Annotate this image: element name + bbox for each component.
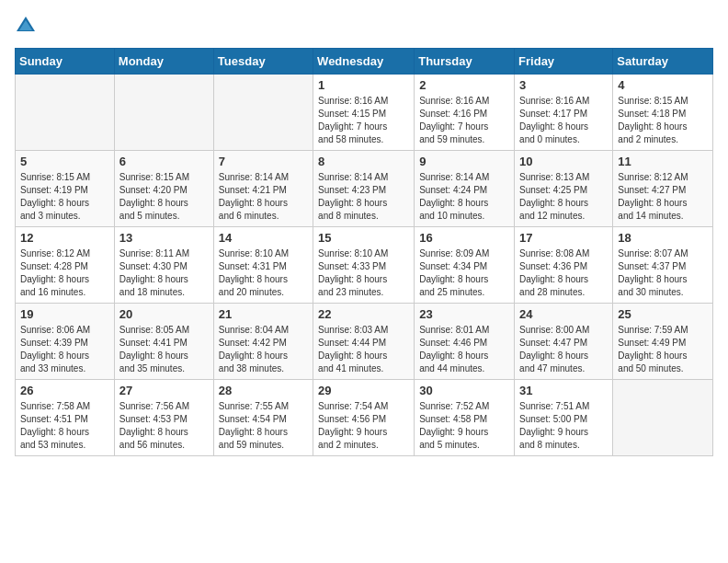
weekday-header: Sunday xyxy=(16,49,115,75)
weekday-header: Friday xyxy=(515,49,613,75)
calendar-cell: 10Sunrise: 8:13 AM Sunset: 4:25 PM Dayli… xyxy=(515,151,613,227)
day-info: Sunrise: 8:06 AM Sunset: 4:39 PM Dayligh… xyxy=(20,324,109,375)
calendar-week-row: 1Sunrise: 8:16 AM Sunset: 4:15 PM Daylig… xyxy=(16,75,713,151)
day-number: 14 xyxy=(219,231,308,245)
day-info: Sunrise: 8:05 AM Sunset: 4:41 PM Dayligh… xyxy=(119,324,209,375)
day-number: 31 xyxy=(519,384,608,397)
calendar-cell: 30Sunrise: 7:52 AM Sunset: 4:58 PM Dayli… xyxy=(415,380,515,456)
calendar-cell: 26Sunrise: 7:58 AM Sunset: 4:51 PM Dayli… xyxy=(16,380,115,456)
day-info: Sunrise: 8:15 AM Sunset: 4:19 PM Dayligh… xyxy=(20,171,109,223)
calendar-cell: 5Sunrise: 8:15 AM Sunset: 4:19 PM Daylig… xyxy=(16,151,115,227)
day-number: 30 xyxy=(419,384,509,397)
day-number: 3 xyxy=(519,78,608,92)
calendar-cell: 15Sunrise: 8:10 AM Sunset: 4:33 PM Dayli… xyxy=(313,227,415,304)
calendar-cell xyxy=(114,75,213,151)
day-info: Sunrise: 7:51 AM Sunset: 5:00 PM Dayligh… xyxy=(519,400,608,452)
calendar-cell: 27Sunrise: 7:56 AM Sunset: 4:53 PM Dayli… xyxy=(114,380,213,456)
calendar-cell xyxy=(613,380,713,456)
calendar-cell: 3Sunrise: 8:16 AM Sunset: 4:17 PM Daylig… xyxy=(515,75,613,151)
day-info: Sunrise: 8:16 AM Sunset: 4:17 PM Dayligh… xyxy=(519,95,608,146)
calendar-cell: 24Sunrise: 8:00 AM Sunset: 4:47 PM Dayli… xyxy=(515,304,613,380)
calendar-cell: 12Sunrise: 8:12 AM Sunset: 4:28 PM Dayli… xyxy=(16,227,115,304)
day-info: Sunrise: 7:52 AM Sunset: 4:58 PM Dayligh… xyxy=(419,400,509,452)
calendar-cell: 28Sunrise: 7:55 AM Sunset: 4:54 PM Dayli… xyxy=(213,380,313,456)
day-info: Sunrise: 8:14 AM Sunset: 4:24 PM Dayligh… xyxy=(419,171,509,223)
logo-icon xyxy=(15,15,37,37)
weekday-header: Tuesday xyxy=(213,49,313,75)
weekday-header: Saturday xyxy=(613,49,713,75)
calendar-cell: 14Sunrise: 8:10 AM Sunset: 4:31 PM Dayli… xyxy=(213,227,313,304)
day-number: 11 xyxy=(618,155,708,168)
day-number: 20 xyxy=(119,307,209,321)
calendar-cell: 2Sunrise: 8:16 AM Sunset: 4:16 PM Daylig… xyxy=(415,75,515,151)
day-info: Sunrise: 7:56 AM Sunset: 4:53 PM Dayligh… xyxy=(119,400,209,452)
calendar-cell: 17Sunrise: 8:08 AM Sunset: 4:36 PM Dayli… xyxy=(515,227,613,304)
day-info: Sunrise: 8:00 AM Sunset: 4:47 PM Dayligh… xyxy=(519,324,608,375)
calendar-cell xyxy=(16,75,115,151)
page-header xyxy=(15,15,713,37)
calendar-cell: 4Sunrise: 8:15 AM Sunset: 4:18 PM Daylig… xyxy=(613,75,713,151)
day-number: 24 xyxy=(519,307,608,321)
day-number: 21 xyxy=(219,307,308,321)
calendar-cell: 31Sunrise: 7:51 AM Sunset: 5:00 PM Dayli… xyxy=(515,380,613,456)
day-info: Sunrise: 8:11 AM Sunset: 4:30 PM Dayligh… xyxy=(119,247,209,299)
calendar-cell: 16Sunrise: 8:09 AM Sunset: 4:34 PM Dayli… xyxy=(415,227,515,304)
calendar-cell: 22Sunrise: 8:03 AM Sunset: 4:44 PM Dayli… xyxy=(313,304,415,380)
day-number: 4 xyxy=(618,78,708,92)
day-info: Sunrise: 7:59 AM Sunset: 4:49 PM Dayligh… xyxy=(618,324,708,375)
day-number: 1 xyxy=(318,78,409,92)
day-number: 26 xyxy=(20,384,109,397)
day-info: Sunrise: 7:54 AM Sunset: 4:56 PM Dayligh… xyxy=(318,400,409,452)
day-number: 23 xyxy=(419,307,509,321)
day-info: Sunrise: 8:13 AM Sunset: 4:25 PM Dayligh… xyxy=(519,171,608,223)
day-info: Sunrise: 8:08 AM Sunset: 4:36 PM Dayligh… xyxy=(519,247,608,299)
calendar-week-row: 12Sunrise: 8:12 AM Sunset: 4:28 PM Dayli… xyxy=(16,227,713,304)
calendar-cell xyxy=(213,75,313,151)
day-info: Sunrise: 8:04 AM Sunset: 4:42 PM Dayligh… xyxy=(219,324,308,375)
day-number: 28 xyxy=(219,384,308,397)
day-info: Sunrise: 8:10 AM Sunset: 4:31 PM Dayligh… xyxy=(219,247,308,299)
day-info: Sunrise: 8:12 AM Sunset: 4:27 PM Dayligh… xyxy=(618,171,708,223)
day-number: 18 xyxy=(618,231,708,245)
weekday-header: Wednesday xyxy=(313,49,415,75)
calendar-week-row: 5Sunrise: 8:15 AM Sunset: 4:19 PM Daylig… xyxy=(16,151,713,227)
day-info: Sunrise: 7:58 AM Sunset: 4:51 PM Dayligh… xyxy=(20,400,109,452)
day-number: 15 xyxy=(318,231,409,245)
day-info: Sunrise: 8:10 AM Sunset: 4:33 PM Dayligh… xyxy=(318,247,409,299)
calendar-cell: 8Sunrise: 8:14 AM Sunset: 4:23 PM Daylig… xyxy=(313,151,415,227)
calendar-table: SundayMondayTuesdayWednesdayThursdayFrid… xyxy=(15,48,713,456)
calendar-cell: 29Sunrise: 7:54 AM Sunset: 4:56 PM Dayli… xyxy=(313,380,415,456)
day-info: Sunrise: 8:14 AM Sunset: 4:23 PM Dayligh… xyxy=(318,171,409,223)
calendar-cell: 21Sunrise: 8:04 AM Sunset: 4:42 PM Dayli… xyxy=(213,304,313,380)
calendar-cell: 20Sunrise: 8:05 AM Sunset: 4:41 PM Dayli… xyxy=(114,304,213,380)
day-info: Sunrise: 8:14 AM Sunset: 4:21 PM Dayligh… xyxy=(219,171,308,223)
day-info: Sunrise: 8:03 AM Sunset: 4:44 PM Dayligh… xyxy=(318,324,409,375)
day-number: 27 xyxy=(119,384,209,397)
calendar-cell: 18Sunrise: 8:07 AM Sunset: 4:37 PM Dayli… xyxy=(613,227,713,304)
day-info: Sunrise: 8:01 AM Sunset: 4:46 PM Dayligh… xyxy=(419,324,509,375)
day-number: 16 xyxy=(419,231,509,245)
weekday-header: Monday xyxy=(114,49,213,75)
day-number: 2 xyxy=(419,78,509,92)
calendar-header-row: SundayMondayTuesdayWednesdayThursdayFrid… xyxy=(16,49,713,75)
day-number: 8 xyxy=(318,155,409,168)
calendar-cell: 7Sunrise: 8:14 AM Sunset: 4:21 PM Daylig… xyxy=(213,151,313,227)
day-info: Sunrise: 8:07 AM Sunset: 4:37 PM Dayligh… xyxy=(618,247,708,299)
day-number: 6 xyxy=(119,155,209,168)
day-info: Sunrise: 8:16 AM Sunset: 4:16 PM Dayligh… xyxy=(419,95,509,146)
calendar-cell: 25Sunrise: 7:59 AM Sunset: 4:49 PM Dayli… xyxy=(613,304,713,380)
day-info: Sunrise: 8:09 AM Sunset: 4:34 PM Dayligh… xyxy=(419,247,509,299)
calendar-week-row: 19Sunrise: 8:06 AM Sunset: 4:39 PM Dayli… xyxy=(16,304,713,380)
day-number: 19 xyxy=(20,307,109,321)
day-number: 13 xyxy=(119,231,209,245)
day-number: 29 xyxy=(318,384,409,397)
calendar-week-row: 26Sunrise: 7:58 AM Sunset: 4:51 PM Dayli… xyxy=(16,380,713,456)
day-info: Sunrise: 8:15 AM Sunset: 4:18 PM Dayligh… xyxy=(618,95,708,146)
day-number: 10 xyxy=(519,155,608,168)
day-info: Sunrise: 8:12 AM Sunset: 4:28 PM Dayligh… xyxy=(20,247,109,299)
day-info: Sunrise: 7:55 AM Sunset: 4:54 PM Dayligh… xyxy=(219,400,308,452)
day-number: 17 xyxy=(519,231,608,245)
calendar-cell: 23Sunrise: 8:01 AM Sunset: 4:46 PM Dayli… xyxy=(415,304,515,380)
day-number: 7 xyxy=(219,155,308,168)
calendar-cell: 6Sunrise: 8:15 AM Sunset: 4:20 PM Daylig… xyxy=(114,151,213,227)
